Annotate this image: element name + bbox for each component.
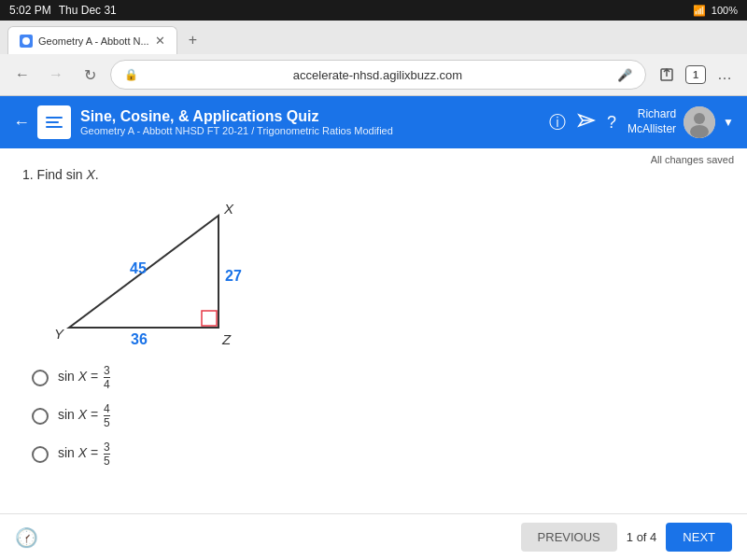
- svg-point-0: [22, 37, 30, 45]
- choice-a: sin X = 34: [32, 365, 725, 390]
- svg-point-3: [694, 113, 705, 124]
- choice-c-text: sin X = 35: [58, 441, 110, 467]
- changes-saved-label: All changes saved: [651, 154, 734, 165]
- previous-button[interactable]: PREVIOUS: [521, 523, 617, 552]
- choice-a-text: sin X = 34: [58, 365, 110, 390]
- footer: 🕜 PREVIOUS 1 of 4 NEXT: [0, 513, 747, 560]
- user-avatar[interactable]: [684, 106, 715, 138]
- new-tab-button[interactable]: +: [181, 28, 204, 52]
- question-number: 1.: [22, 167, 34, 182]
- triangle-svg: 45 27 36 X Y Z: [41, 197, 247, 346]
- reload-button[interactable]: ↻: [77, 62, 103, 88]
- send-button[interactable]: [577, 111, 596, 134]
- svg-text:Z: Z: [221, 331, 232, 346]
- svg-point-4: [690, 125, 709, 138]
- wifi-icon: 📶: [693, 5, 706, 17]
- radio-a[interactable]: [32, 370, 49, 386]
- tab-bar: Geometry A - Abbott N... ✕ +: [0, 21, 747, 54]
- choice-b-text: sin X = 45: [58, 403, 110, 428]
- question-text: 1. Find sin X.: [22, 167, 725, 182]
- header-actions: ⓘ ? Richard McAllister ▼: [549, 106, 734, 138]
- mic-icon: 🎤: [617, 68, 632, 82]
- radio-b[interactable]: [32, 408, 49, 425]
- browser-tab[interactable]: Geometry A - Abbott N... ✕: [7, 26, 177, 54]
- app-back-button[interactable]: ←: [13, 109, 37, 136]
- choice-b: sin X = 45: [32, 403, 725, 428]
- address-bar[interactable]: 🔒 accelerate-nhsd.agilixbuzz.com 🎤: [110, 60, 646, 90]
- quiz-subtitle: Geometry A - Abbott NHSD FT 20-21 / Trig…: [80, 125, 549, 136]
- next-button[interactable]: NEXT: [666, 523, 732, 552]
- app-header: ← Sine, Cosine, & Applications Quiz Geom…: [0, 96, 747, 148]
- lock-icon: 🔒: [124, 68, 138, 81]
- menu-button[interactable]: …: [712, 62, 738, 88]
- user-lastname: McAllister: [627, 122, 676, 137]
- help-button[interactable]: ?: [607, 113, 616, 133]
- status-date: Thu Dec 31: [59, 4, 117, 17]
- main-content: 1. Find sin X. 45 27 36 X Y Z: [0, 148, 747, 522]
- header-title-area: Sine, Cosine, & Applications Quiz Geomet…: [80, 108, 549, 136]
- tab-title: Geometry A - Abbott N...: [38, 35, 149, 47]
- svg-text:27: 27: [225, 268, 242, 284]
- user-info: Richard McAllister ▼: [627, 106, 734, 138]
- battery-label: 100%: [712, 5, 738, 16]
- info-button[interactable]: ⓘ: [549, 111, 566, 133]
- forward-nav-button[interactable]: →: [43, 62, 69, 88]
- svg-text:Y: Y: [54, 326, 64, 342]
- quiz-title: Sine, Cosine, & Applications Quiz: [80, 108, 549, 125]
- choice-c: sin X = 35: [32, 441, 725, 467]
- triangle-diagram: 45 27 36 X Y Z: [41, 197, 247, 346]
- footer-left: 🕜: [15, 526, 38, 549]
- back-nav-button[interactable]: ←: [9, 62, 35, 88]
- browser-actions: 1 …: [654, 62, 738, 88]
- svg-rect-6: [202, 311, 217, 326]
- page-indicator: 1 of 4: [627, 530, 657, 544]
- svg-text:36: 36: [131, 331, 148, 346]
- status-bar: 5:02 PM Thu Dec 31 📶 100%: [0, 0, 747, 21]
- svg-text:X: X: [223, 201, 234, 217]
- user-firstname: Richard: [627, 107, 676, 122]
- browser-chrome: Geometry A - Abbott N... ✕ + ← → ↻ 🔒 acc…: [0, 21, 747, 96]
- svg-text:45: 45: [130, 260, 147, 276]
- address-text: accelerate-nhsd.agilixbuzz.com: [144, 68, 612, 82]
- clock-icon: 🕜: [15, 527, 38, 548]
- tab-count-badge[interactable]: 1: [685, 65, 706, 84]
- quiz-icon: [37, 105, 71, 139]
- share-button[interactable]: [654, 62, 680, 88]
- tab-favicon: [20, 35, 33, 48]
- browser-nav: ← → ↻ 🔒 accelerate-nhsd.agilixbuzz.com 🎤…: [0, 54, 747, 95]
- radio-c[interactable]: [32, 446, 49, 463]
- tab-close-button[interactable]: ✕: [155, 34, 165, 48]
- user-dropdown-icon[interactable]: ▼: [723, 116, 734, 129]
- answer-choices: sin X = 34 sin X = 45 sin X = 35: [32, 365, 725, 467]
- status-time: 5:02 PM: [9, 4, 51, 17]
